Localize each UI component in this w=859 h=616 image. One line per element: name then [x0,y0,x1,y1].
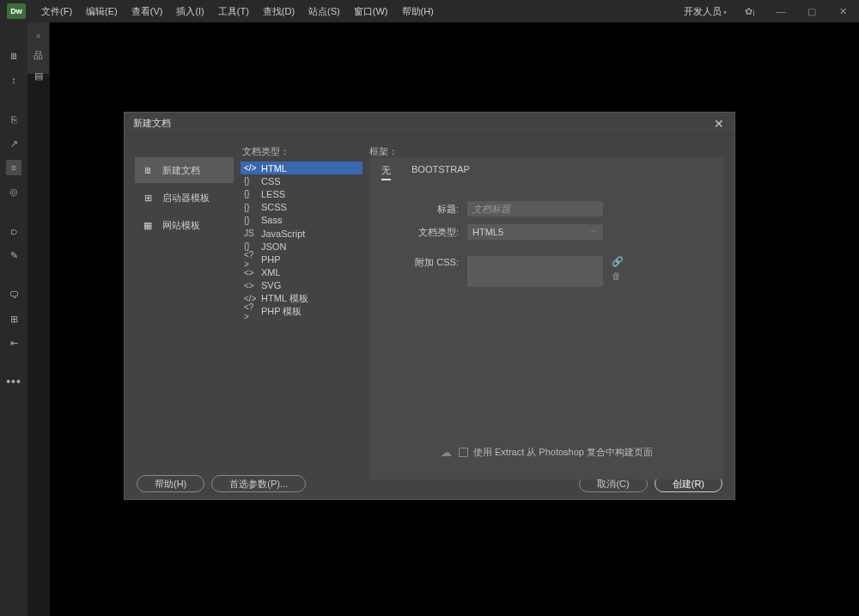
category-starter[interactable]: ⊞ 启动器模板 [135,185,234,210]
type-label: SCSS [261,202,287,212]
extract-row: ☁ 使用 Extract 从 Photoshop 复合中构建页面 [381,446,712,471]
dialog-title: 新建文档 [133,117,171,130]
menu-site[interactable]: 站点(S) [302,2,347,21]
type-js[interactable]: JSJavaScript [241,227,362,240]
row-css: 附加 CSS: 🔗 🗑 [381,256,712,287]
more-icon[interactable]: ••• [6,375,21,388]
type-xml[interactable]: <>XML [241,266,362,279]
layout-icon[interactable]: ⊞ [6,311,21,326]
new-document-dialog: 新建文档 ✕ 🗎 新建文档 ⊞ 启动器模板 ▦ 网站模板 文档类型： </>HT… [124,112,735,500]
window-maximize-icon[interactable]: ▢ [799,3,825,20]
type-label: LESS [261,189,285,199]
menu-edit[interactable]: 编辑(E) [79,2,125,21]
type-label: HTML 模板 [261,292,308,305]
css-link-icons: 🔗 🗑 [612,256,624,281]
framework-label: 框架： [369,145,398,158]
type-label: PHP [261,254,281,265]
doctype-select[interactable]: HTML5 ﹀ [467,224,603,240]
type-label: PHP 模板 [261,305,302,318]
php-icon: <?> [244,302,256,321]
css-input[interactable] [467,256,603,287]
type-label: XML [261,267,281,278]
files-icon[interactable]: ▤ [31,70,46,82]
menubar-right: 开发人员▾ ✿¡ — ▢ ✕ [679,3,859,20]
type-php-template[interactable]: <?>PHP 模板 [241,305,362,318]
svg-icon: <> [244,281,256,290]
file-icon[interactable]: 🗎 [6,48,21,64]
panel-icon[interactable]: ≡ [6,160,21,175]
vector-icon[interactable]: ⫐ [6,223,21,239]
row-title: 标题: [381,201,712,217]
category-label: 网站模板 [162,219,200,232]
type-html-template[interactable]: </>HTML 模板 [241,292,362,305]
menu-insert[interactable]: 插入(I) [169,2,210,21]
php-icon: <?> [244,250,256,269]
menu-tools[interactable]: 工具(T) [211,2,256,21]
cloud-icon: ☁ [441,446,452,459]
close-icon[interactable]: ✕ [712,117,726,131]
window-close-icon[interactable]: ✕ [830,3,856,20]
menu-help[interactable]: 帮助(H) [395,2,441,21]
app-logo: Dw [7,3,26,19]
code-icon[interactable]: ⎘ [6,112,21,127]
collapse-icon[interactable]: ⇤ [6,335,21,351]
menu-find[interactable]: 查找(D) [256,2,302,21]
dialog-titlebar: 新建文档 ✕ [125,113,734,135]
comment-icon[interactable]: 🗨 [6,287,21,302]
panel-rail: » 品 ▤ [27,22,50,74]
workspace-label: 开发人员 [684,6,722,16]
title-input[interactable] [467,201,603,217]
form-rows: 标题: 文档类型: HTML5 ﹀ 附加 CSS: [381,201,712,287]
wand-icon[interactable]: ✎ [6,247,21,263]
tab-bootstrap[interactable]: BOOTSTRAP [411,162,470,180]
target-icon[interactable]: ◎ [6,184,21,199]
dialog-body: 🗎 新建文档 ⊞ 启动器模板 ▦ 网站模板 文档类型： </>HTML {}CS… [125,135,734,468]
type-php[interactable]: <?>PHP [241,253,362,265]
category-new-doc[interactable]: 🗎 新建文档 [135,157,234,183]
row-doctype: 文档类型: HTML5 ﹀ [381,224,712,240]
extract-checkbox[interactable] [459,448,468,457]
doctype-column: 文档类型： </>HTML {}CSS {}LESS {}SCSS {}Sass… [241,145,362,468]
menu-window[interactable]: 窗口(W) [347,2,395,21]
type-label: HTML [261,163,287,174]
window-minimize-icon[interactable]: — [768,3,794,20]
adjust-icon[interactable]: ↕ [6,72,21,88]
type-label: JSON [261,241,286,252]
type-svg[interactable]: <>SVG [241,279,362,292]
help-button[interactable]: 帮助(H) [137,475,204,492]
structure-icon[interactable]: 品 [31,49,46,62]
starter-icon: ⊞ [140,190,155,205]
doctype-list: </>HTML {}CSS {}LESS {}SCSS {}Sass JSJav… [241,162,362,468]
braces-icon: {} [244,216,256,225]
trash-icon[interactable]: 🗑 [612,271,624,281]
link-icon[interactable]: 🔗 [612,256,624,267]
type-scss[interactable]: {}SCSS [241,201,362,214]
doc-icon: 🗎 [140,162,155,178]
sync-settings-icon[interactable]: ✿¡ [737,3,763,20]
type-html[interactable]: </>HTML [241,162,362,174]
type-label: CSS [261,176,281,186]
braces-icon: {} [244,176,256,186]
extract-label: 使用 Extract 从 Photoshop 复合中构建页面 [473,446,653,459]
workspace-switcher[interactable]: 开发人员▾ [679,3,732,20]
type-label: Sass [261,215,282,225]
left-toolbar: 🗎 ↕ ⎘ ↗ ≡ ◎ ⫐ ✎ 🗨 ⊞ ⇤ ••• [0,22,27,616]
type-sass[interactable]: {}Sass [241,214,362,227]
tab-none[interactable]: 无 [381,162,391,180]
category-label: 新建文档 [162,164,200,177]
type-css[interactable]: {}CSS [241,174,362,187]
type-less[interactable]: {}LESS [241,187,362,200]
doctype-value: HTML5 [472,227,503,237]
menu-file[interactable]: 文件(F) [34,2,79,21]
framework-tabs: 无 BOOTSTRAP [381,162,712,186]
menu-view[interactable]: 查看(V) [125,2,170,21]
site-icon: ▦ [140,217,155,233]
chevron-icon[interactable]: » [36,31,41,40]
code-icon: </> [244,163,256,173]
menubar: Dw 文件(F) 编辑(E) 查看(V) 插入(I) 工具(T) 查找(D) 站… [0,0,859,22]
prefs-button[interactable]: 首选参数(P)... [211,475,306,492]
arrow-icon[interactable]: ↗ [6,136,21,151]
chevron-down-icon: ▾ [723,9,727,16]
type-json[interactable]: {}JSON [241,240,362,253]
category-site[interactable]: ▦ 网站模板 [135,212,234,238]
